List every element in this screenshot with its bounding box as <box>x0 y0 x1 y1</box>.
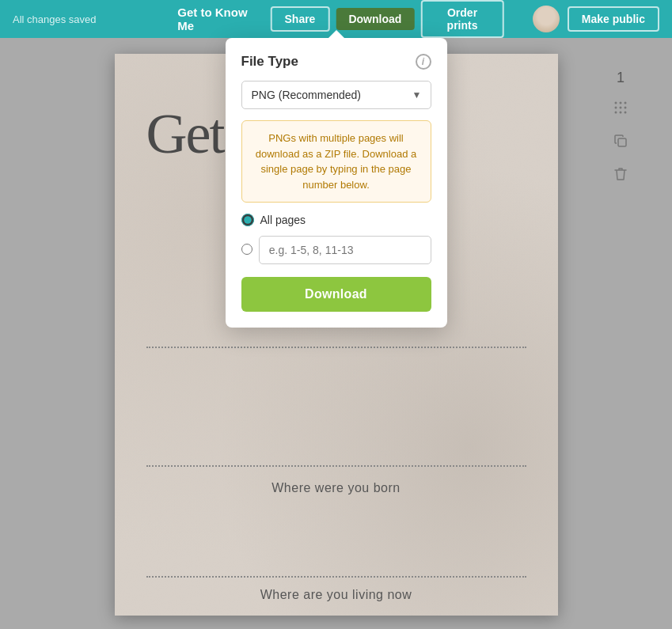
label-living: Where are you living now <box>115 588 558 602</box>
grid-icon[interactable] <box>609 96 632 119</box>
order-prints-button[interactable]: Order prints <box>420 0 503 38</box>
download-popup: File Type i PNG (Recommended) PDF JPG ▼ … <box>226 38 447 328</box>
side-panel: 1 <box>609 70 632 186</box>
dotted-line-3 <box>146 576 526 578</box>
download-button[interactable]: Download <box>336 8 414 30</box>
avatar[interactable] <box>533 6 560 32</box>
svg-point-5 <box>625 107 627 109</box>
all-pages-radio[interactable] <box>241 214 254 226</box>
svg-point-8 <box>625 112 627 114</box>
radio-custom-pages <box>241 234 431 264</box>
radio-all-pages: All pages <box>241 214 431 226</box>
page-number: 1 <box>617 70 625 86</box>
make-public-button[interactable]: Make public <box>568 6 659 32</box>
download-popup-button[interactable]: Download <box>241 277 431 312</box>
file-type-selector: PNG (Recommended) PDF JPG ▼ <box>241 81 431 109</box>
popup-title: File Type i <box>241 54 431 70</box>
share-button[interactable]: Share <box>271 6 330 32</box>
file-type-select[interactable]: PNG (Recommended) PDF JPG <box>241 81 431 109</box>
svg-point-4 <box>620 107 622 109</box>
svg-point-3 <box>615 107 617 109</box>
nav-get-to-know-me[interactable]: Get to Know Me <box>168 1 264 37</box>
label-born: Where were you born <box>115 481 558 495</box>
page-selection-group: All pages <box>241 214 431 264</box>
popup-title-text: File Type <box>241 54 298 70</box>
all-pages-label[interactable]: All pages <box>260 214 306 226</box>
svg-point-6 <box>615 112 617 114</box>
dotted-line-1 <box>146 347 526 348</box>
header-left: All changes saved <box>13 13 97 25</box>
header-right: Make public <box>533 6 659 32</box>
popup-arrow <box>328 30 344 38</box>
png-info-box: PNGs with multiple pages will download a… <box>241 120 431 203</box>
custom-pages-radio[interactable] <box>241 243 252 256</box>
info-icon[interactable]: i <box>416 54 431 70</box>
main-area: Get to Where were you born Where are you… <box>0 38 672 629</box>
svg-point-2 <box>625 102 627 104</box>
trash-icon[interactable] <box>609 162 632 186</box>
svg-point-1 <box>620 102 622 104</box>
svg-rect-9 <box>618 138 626 146</box>
dotted-line-2 <box>146 465 526 467</box>
copy-icon[interactable] <box>609 129 632 153</box>
svg-point-7 <box>620 112 622 114</box>
svg-point-0 <box>615 102 617 104</box>
page-range-input[interactable] <box>259 236 431 264</box>
saved-status: All changes saved <box>13 13 97 25</box>
